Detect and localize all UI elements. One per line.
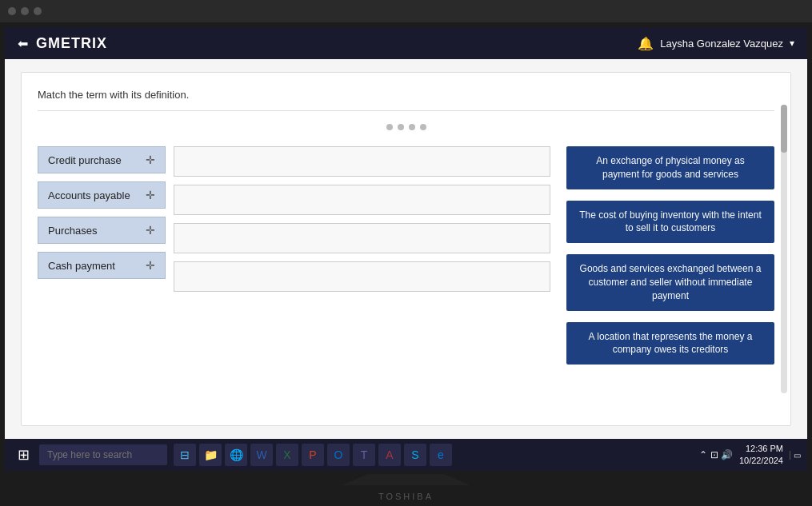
chrome-icon[interactable]: 🌐 [225,444,247,466]
start-icon[interactable]: ⊞ [11,446,36,464]
term-label: Accounts payable [48,189,130,201]
main-card: Match the term with its definition. [21,72,791,426]
dot-4 [420,124,426,130]
drop-zone-3[interactable] [174,223,550,253]
user-menu-chevron-icon[interactable]: ▾ [790,38,794,49]
definition-item-b[interactable]: The cost of buying inventory with the in… [566,201,774,244]
powerpoint-icon[interactable]: P [302,444,324,466]
skype-icon[interactable]: S [404,444,426,466]
show-desktop-icon[interactable]: ▭ [790,451,801,460]
explorer-icon[interactable]: 📁 [199,444,222,466]
user-name: Laysha Gonzalez Vazquez [660,38,783,50]
scroll-track [781,105,787,393]
definition-item-c[interactable]: Goods and services exchanged between a c… [566,254,774,310]
terms-column: Credit purchase ✛ Accounts payable ✛ Pur… [38,146,166,292]
term-item-cash-payment[interactable]: Cash payment ✛ [38,252,166,279]
clock-time: 12:36 PM [739,443,783,455]
system-tray-icons: ⌃ ⊡ 🔊 [699,449,733,460]
back-icon[interactable]: ⬅ [18,36,28,51]
app-logo: GMETRIX [36,35,107,52]
term-item-purchases[interactable]: Purchases ✛ [38,217,166,244]
taskbar: ⊞ ⊟ 📁 🌐 W X P O T A S e ⌃ ⊡ 🔊 12:36 PM [5,439,807,471]
taskbar-search-input[interactable] [39,444,167,465]
clock-date: 10/22/2024 [739,455,783,467]
content-area: Match the term with its definition. [5,59,807,439]
clock-display: 12:36 PM 10/22/2024 [739,443,783,468]
drop-zone-2[interactable] [174,185,550,215]
instruction-text: Match the term with its definition. [38,89,774,111]
drag-icon: ✛ [146,259,155,272]
term-label: Purchases [48,225,97,237]
drag-icon: ✛ [146,224,155,237]
dot-2 [398,124,404,130]
word-icon[interactable]: W [250,444,273,466]
match-container: Credit purchase ✛ Accounts payable ✛ Pur… [38,146,774,365]
definition-item-d[interactable]: A location that represents the money a c… [566,322,774,365]
excel-icon[interactable]: X [276,444,298,466]
browser-btn-2 [21,7,29,15]
term-item-accounts-payable[interactable]: Accounts payable ✛ [38,181,166,209]
notification-bell-icon[interactable]: 🔔 [638,36,654,51]
edge-icon[interactable]: e [430,444,452,466]
scroll-thumb[interactable] [781,105,787,153]
left-column: Credit purchase ✛ Accounts payable ✛ Pur… [38,146,550,292]
progress-dots [38,124,774,130]
access-icon[interactable]: A [378,444,401,466]
taskview-icon[interactable]: ⊟ [174,444,196,466]
browser-btn-3 [34,7,42,15]
monitor-brand: TOSHIBA [378,492,434,501]
taskbar-icons: ⊟ 📁 🌐 W X P O T A S e [174,444,452,466]
term-label: Cash payment [48,260,115,272]
browser-btn-1 [8,7,16,15]
drop-zone-4[interactable] [174,261,550,292]
term-item-credit-purchase[interactable]: Credit purchase ✛ [38,146,166,173]
drag-icon: ✛ [146,153,155,166]
definition-item-a[interactable]: An exchange of physical money as payment… [566,146,774,189]
drop-zones-column [174,146,550,292]
teams-icon[interactable]: T [353,444,375,466]
top-nav: ⬅ GMETRIX 🔔 Laysha Gonzalez Vazquez ▾ [5,27,807,59]
term-label: Credit purchase [48,154,122,166]
monitor-stand [342,474,470,485]
outlook-icon[interactable]: O [327,444,350,466]
dot-3 [409,124,415,130]
dot-1 [386,124,393,130]
drop-zone-1[interactable] [174,146,550,177]
taskbar-right: ⌃ ⊡ 🔊 12:36 PM 10/22/2024 ▭ [699,443,801,468]
definitions-column: An exchange of physical money as payment… [566,146,774,365]
drag-icon: ✛ [146,189,155,201]
